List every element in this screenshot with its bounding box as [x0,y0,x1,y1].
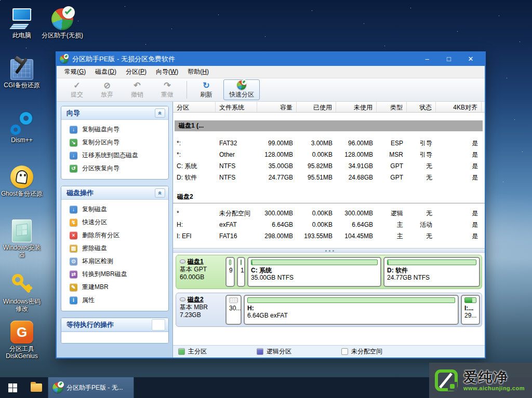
splitter-handle[interactable] [173,248,485,253]
column-header-5[interactable]: 类型 [377,102,407,112]
gears-icon [1,109,43,135]
legend-color-box [341,348,348,355]
cell: 引导 [407,150,436,159]
desktop-icon-diskgenius[interactable]: G 分区工具DiskGenius [1,318,43,360]
partition-block[interactable]: C: 系统35.00GB NTFS [247,257,381,287]
partition-row[interactable]: H:exFAT6.64GB0.00KB6.64GB主活动是 [173,219,485,230]
partition-list-area: 分区文件系统容量已使用未使用类型状态4KB对齐 磁盘1 (...*:FAT329… [173,102,485,358]
partition-block[interactable]: 1 [237,257,245,287]
desktop-icon-windows-password[interactable]: Windows密码修改 [1,270,43,312]
sidebar-item-label: 删除所有分区 [82,231,119,240]
panel-wizards-header[interactable]: 向导 « [61,106,168,120]
commit-button[interactable]: ✓提交 [62,79,92,100]
quick-partition-button[interactable]: 快速分区 [223,79,260,100]
close-button[interactable]: ✕ [460,53,482,65]
sidebar-item-label: 坏扇区检测 [82,257,113,266]
collapse-icon[interactable]: « [155,108,165,118]
sidebar-item-0-2[interactable]: ↓迁移系统到固态磁盘 [63,149,166,162]
partition-block[interactable]: I:...29... [461,295,480,325]
cell: 无 [407,209,436,218]
title-bar[interactable]: 分区助手PE版 - 无损分区免费软件 – □ ✕ [57,52,485,66]
menu-item-w[interactable]: 向导(W) [151,66,183,78]
desktop-icon-windows-installer[interactable]: Windows安装器 [1,216,43,258]
disk-group-row-0[interactable]: 磁盘1 (... [175,120,483,131]
disk-group-row-1[interactable]: 磁盘2 [173,191,485,203]
used-fill [251,260,252,265]
menu-item-g[interactable]: 常规(G) [60,66,90,78]
installer-box-icon [1,216,43,242]
partition-row[interactable]: *:Other128.00MB0.00KB128.00MBMSR引导是 [173,149,485,160]
partition-row[interactable]: I: EFIFAT16298.00MB193.55MB104.45MB主无是 [173,230,485,242]
desktop-icon-this-pc[interactable]: 此电脑 [1,4,43,39]
watermark-url: www.aichunjing.com [463,385,525,391]
cell: 95.51MB [297,174,336,181]
panel-wizards: 向导 « ↓复制磁盘向导↘复制分区向导↓迁移系统到固态磁盘↺分区恢复向导 [61,106,169,180]
sidebar-item-icon: i [70,296,77,304]
toolbar-button-label: 放弃 [101,90,113,99]
sidebar-item-1-5[interactable]: ⇄转换到MBR磁盘 [63,268,166,281]
column-header-4[interactable]: 未使用 [336,102,377,112]
panel-disk-operations-header[interactable]: 磁盘操作 « [61,186,168,200]
partition-row[interactable]: *:FAT3299.00MB3.00MB96.00MBESP引导是 [173,138,485,149]
partition-size: 9 [229,267,231,274]
column-header-2[interactable]: 容量 [257,102,297,112]
table-header: 分区文件系统容量已使用未使用类型状态4KB对齐 [173,102,485,113]
column-header-7[interactable]: 4KB对齐 [436,102,482,112]
start-button[interactable] [0,377,25,398]
menu-item-h[interactable]: 帮助(H) [183,66,214,78]
disk-map-label[interactable]: 磁盘1基本 GPT60.00GB [178,257,223,287]
column-header-3[interactable]: 已使用 [297,102,336,112]
panel-pending-operations-header[interactable]: 等待执行的操作 [61,318,168,332]
partition-block[interactable]: D: 软件24.77GB NTFS [383,257,480,287]
file-explorer-button[interactable] [25,377,48,398]
menu-item-d[interactable]: 磁盘(D) [90,66,121,78]
sidebar-item-0-0[interactable]: ↓复制磁盘向导 [63,123,166,136]
column-header-1[interactable]: 文件系统 [216,102,257,112]
partition-row[interactable]: D: 软件NTFS24.77GB95.51MB24.68GBGPT无是 [173,172,485,183]
undo-button[interactable]: ↶撤销 [122,79,152,100]
partition-block[interactable]: 9 [225,257,235,287]
menu-item-p[interactable]: 分区(P) [121,66,151,78]
column-header-0[interactable]: 分区 [173,102,216,112]
partition-assistant-window: 分区助手PE版 - 无损分区免费软件 – □ ✕ 常规(G)磁盘(D)分区(P)… [56,51,486,359]
sidebar-item-1-7[interactable]: i属性 [63,294,166,307]
sidebar-item-1-1[interactable]: ↯快速分区 [63,216,166,229]
refresh-button[interactable]: ↻刷新 [191,79,221,100]
disk-name: 磁盘1 [188,258,204,266]
desktop-icon-ghost-backup[interactable]: Ghost备份还原 [1,162,43,197]
sidebar-item-1-0[interactable]: ↓复制磁盘 [63,203,166,216]
desktop-icon-partition-assistant[interactable]: 分区助手(无损) [42,4,83,39]
disk-meta: 基本 GPT [180,266,222,273]
sidebar-item-1-2[interactable]: ×删除所有分区 [63,229,166,242]
refresh-icon: ↻ [203,81,209,90]
cell: 是 [436,139,482,148]
sidebar-item-1-6[interactable]: ✎重建MBR [63,281,166,294]
partition-block[interactable]: 30... [225,295,242,325]
cell: 300.00MB [257,210,297,217]
desktop-icon-label: Ghost备份还原 [1,190,43,197]
redo-button[interactable]: ↷重做 [152,79,182,100]
minimize-button[interactable]: – [416,53,438,65]
cell: 193.55MB [297,232,336,240]
collapse-icon[interactable] [152,319,165,331]
partition-block[interactable]: H:6.64GB exFAT [244,295,459,325]
column-header-6[interactable]: 状态 [407,102,436,112]
taskbar-task-partition-assistant[interactable]: 分区助手PE版 - 无... [48,377,134,398]
sidebar-item-1-4[interactable]: ⊙坏扇区检测 [63,255,166,268]
sidebar-item-0-1[interactable]: ↘复制分区向导 [63,136,166,149]
desktop-icon-dism[interactable]: Dism++ [1,109,43,144]
cell: I: EFI [173,232,216,240]
sidebar-item-1-3[interactable]: ▨擦除磁盘 [63,242,166,255]
sidebar-item-0-3[interactable]: ↺分区恢复向导 [63,162,166,175]
cell: 99.00MB [257,140,297,147]
discard-button[interactable]: ⊘放弃 [92,79,122,100]
sidebar-item-label: 属性 [82,296,95,305]
partition-row[interactable]: *未分配空间300.00MB0.00KB300.00MB逻辑无是 [173,208,485,219]
desktop-icon-label: CGI备份还原 [1,81,43,89]
desktop-icon-cgi-backup[interactable]: CGI备份还原 [1,54,43,89]
disk-map-label[interactable]: 磁盘2基本 MBR7.23GB [178,295,223,325]
collapse-icon[interactable]: « [155,188,165,198]
partition-row[interactable]: C: 系统NTFS35.00GB95.82MB34.91GBGPT无是 [173,160,485,172]
maximize-button[interactable]: □ [438,53,460,65]
partition-size: 6.64GB exFAT [247,312,455,319]
